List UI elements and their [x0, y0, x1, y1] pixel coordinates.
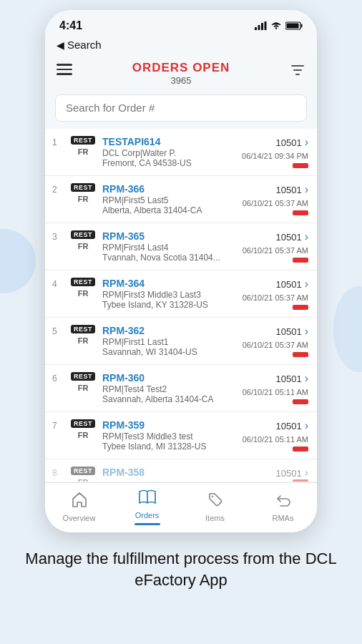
order-item[interactable]: 7 REST FR RPM-359 RPM|Test3 Middle3 test… — [45, 412, 317, 459]
rest-badge: REST — [71, 230, 95, 239]
order-addr: Savannah, Alberta 31404-CA — [102, 394, 237, 404]
nav-item-rmas[interactable]: RMAs — [249, 492, 317, 522]
order-status-row — [293, 399, 308, 404]
order-date: 06/10/21 05:37 AM — [243, 246, 308, 255]
status-bar-red — [293, 352, 308, 357]
order-right: 10501 › 06/10/21 05:37 AM — [243, 183, 308, 215]
search-input-wrap[interactable] — [55, 94, 307, 122]
back-arrow-icon: ◀ — [57, 39, 64, 51]
order-main: TESTAPI614 DCL Corp|Walter P. Fremont, C… — [102, 136, 236, 168]
order-item[interactable]: 8 REST FR RPM-358 10501 › — [45, 459, 317, 482]
order-sub: RPM|First3 Middle3 Last3 — [102, 290, 237, 300]
order-sub: RPM|Test3 Middle3 test — [102, 431, 237, 441]
nav-item-overview[interactable]: Overview — [45, 492, 113, 522]
nav-label-rmas: RMAs — [273, 514, 294, 522]
order-item[interactable]: 4 REST FR RPM-364 RPM|First3 Middle3 Las… — [45, 270, 317, 318]
order-id: 10501 — [276, 326, 302, 337]
phone-wrapper: 4:41 — [0, 0, 362, 644]
order-date: 06/10/21 05:37 AM — [243, 199, 308, 208]
order-number: 1 — [52, 136, 64, 168]
svg-rect-6 — [287, 24, 299, 29]
fr-label: FR — [78, 242, 89, 250]
status-bar-red — [293, 305, 308, 310]
order-item[interactable]: 1 REST FR TESTAPI614 DCL Corp|Walter P. … — [45, 129, 317, 176]
filter-button[interactable] — [290, 61, 305, 81]
order-main: RPM-358 — [102, 467, 238, 474]
rest-badge: REST — [71, 419, 95, 428]
order-status-row — [293, 479, 308, 482]
phone-screen: 4:41 — [45, 10, 317, 532]
order-right: 10501 › 06/14/21 09:34 PM — [242, 136, 308, 168]
order-right: 10501 › 06/10/21 05:37 AM — [243, 325, 308, 357]
order-name: TESTAPI614 — [102, 136, 236, 147]
fr-label: FR — [78, 336, 89, 345]
order-main: RPM-366 RPM|First5 Last5 Alberta, Albert… — [102, 183, 237, 215]
order-date: 06/10/21 05:37 AM — [243, 341, 308, 349]
order-badge-col: REST FR — [69, 372, 97, 404]
order-addr: Savannah, WI 31404-US — [102, 347, 237, 357]
hamburger-menu[interactable] — [57, 61, 72, 75]
order-badge-col: REST FR — [69, 325, 97, 357]
order-sub: RPM|First4 Last4 — [102, 243, 237, 253]
back-nav[interactable]: ◀ Search — [45, 37, 317, 55]
order-id: 10501 — [276, 374, 302, 384]
order-status-row — [293, 352, 308, 357]
wifi-icon — [270, 21, 282, 30]
order-date: 06/10/21 05:11 AM — [243, 435, 308, 444]
header-title: ORDERS OPEN — [132, 61, 230, 75]
order-number: 6 — [52, 372, 64, 404]
order-number: 3 — [52, 230, 64, 263]
svg-point-7 — [211, 496, 212, 497]
nav-item-items[interactable]: Items — [181, 492, 249, 522]
status-bar-red — [293, 163, 308, 168]
status-bar-red — [293, 258, 308, 263]
order-date: 06/10/21 05:37 AM — [243, 293, 308, 302]
chevron-right-icon: › — [305, 136, 308, 149]
order-main: RPM-360 RPM|Test4 Test2 Savannah, Albert… — [102, 372, 237, 404]
order-main: RPM-365 RPM|First4 Last4 Tvannah, Nova S… — [102, 230, 237, 263]
status-bar-red — [293, 210, 308, 215]
order-id: 10501 — [276, 279, 302, 290]
nav-label-orders: Orders — [135, 511, 160, 519]
status-bar: 4:41 — [45, 10, 317, 37]
status-time: 4:41 — [59, 19, 82, 32]
nav-label-overview: Overview — [63, 514, 96, 522]
order-name: RPM-362 — [102, 325, 237, 336]
nav-item-orders[interactable]: Orders — [113, 489, 181, 525]
order-sub: RPM|First5 Last5 — [102, 195, 237, 205]
fr-label: FR — [78, 195, 89, 203]
svg-rect-5 — [301, 24, 303, 28]
filter-icon — [290, 62, 305, 78]
order-item[interactable]: 3 REST FR RPM-365 RPM|First4 Last4 Tvann… — [45, 223, 317, 270]
back-label: Search — [67, 39, 102, 51]
rest-badge: REST — [71, 136, 95, 145]
chevron-right-icon: › — [305, 183, 308, 196]
order-id: 10501 — [276, 468, 302, 479]
order-right: 10501 › — [244, 467, 308, 474]
search-input[interactable] — [66, 102, 296, 114]
order-item[interactable]: 2 REST FR RPM-366 RPM|First5 Last5 Alber… — [45, 176, 317, 223]
fr-label: FR — [78, 384, 89, 392]
nav-icon-items — [207, 492, 223, 512]
rest-badge: REST — [71, 467, 95, 475]
order-number: 5 — [52, 325, 64, 357]
order-item[interactable]: 5 REST FR RPM-362 RPM|First1 Last1 Savan… — [45, 318, 317, 365]
overview-icon — [71, 492, 88, 507]
order-main: RPM-362 RPM|First1 Last1 Savannah, WI 31… — [102, 325, 237, 357]
order-item[interactable]: 6 REST FR RPM-360 RPM|Test4 Test2 Savann… — [45, 365, 317, 412]
order-badge-col: REST FR — [69, 230, 97, 263]
order-main: RPM-359 RPM|Test3 Middle3 test Tybee Isl… — [102, 419, 237, 452]
order-name: RPM-358 — [102, 467, 238, 478]
order-right: 10501 › 06/10/21 05:37 AM — [243, 278, 308, 310]
chevron-right-icon: › — [305, 372, 308, 385]
status-bar-red — [293, 399, 308, 404]
order-number: 8 — [52, 467, 64, 474]
order-badge-col: REST FR — [69, 278, 97, 310]
rest-badge: REST — [71, 325, 95, 333]
search-bar — [45, 92, 317, 129]
order-addr: Tybee Island, MI 31328-US — [102, 441, 237, 452]
svg-rect-1 — [258, 25, 260, 30]
order-id: 10501 — [276, 421, 302, 431]
order-id: 10501 — [276, 185, 302, 195]
order-sub: RPM|Test4 Test2 — [102, 384, 237, 394]
